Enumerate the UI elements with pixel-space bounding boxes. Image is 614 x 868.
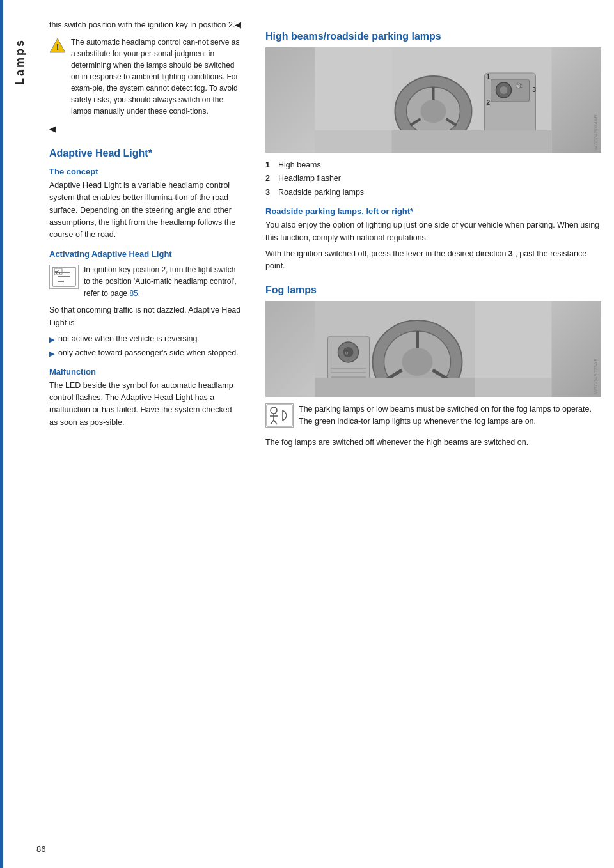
malfunction-heading: Malfunction (49, 367, 242, 376)
img-watermark-1: W7C04S024AR (593, 114, 599, 150)
bullet-item-2: ▶ only active toward passenger's side wh… (49, 347, 242, 359)
svg-point-19 (500, 86, 508, 94)
svg-text:A: A (56, 268, 60, 275)
oncoming-text: So that oncoming traffic is not dazzled,… (49, 304, 242, 329)
svg-point-12 (421, 100, 446, 123)
fog-lamps-image: ○ W7C04S023AR (265, 301, 601, 397)
img-watermark-2: W7C04S023AR (593, 358, 599, 394)
fog-text: The fog lamps are switched off whenever … (265, 437, 601, 449)
malfunction-text: The LED beside the symbol for automatic … (49, 380, 242, 430)
concept-text: Adaptive Head Light is a variable headla… (49, 180, 242, 242)
svg-line-48 (274, 420, 277, 424)
sidebar-label: Lamps (13, 38, 27, 85)
main-content: this switch position with the ignition k… (36, 0, 614, 868)
high-beams-heading: High beams/roadside parking lamps (265, 31, 601, 42)
activating-heading: Activating Adaptive Head Light (49, 249, 242, 259)
right-column: High beams/roadside parking lamps (254, 19, 614, 849)
warning-text: The automatic headlamp control can-not s… (71, 36, 242, 117)
high-beams-image: PE 1 2 3 W7C04S024AR (265, 47, 601, 153)
roadside-text1: You also enjoy the option of lighting up… (265, 219, 601, 244)
fog-heading: Fog lamps (265, 284, 601, 296)
svg-text:1: 1 (487, 74, 491, 81)
list-item-2: 2 Headlamp flasher (265, 173, 601, 185)
svg-point-30 (402, 348, 433, 376)
high-beams-list: 1 High beams 2 Headlamp flasher 3 Roadsi… (265, 159, 601, 199)
sidebar: Lamps (3, 0, 36, 868)
concept-heading: The concept (49, 167, 242, 176)
svg-rect-26 (315, 47, 392, 153)
page-link[interactable]: 85 (129, 289, 138, 298)
svg-text:3: 3 (533, 86, 537, 93)
list-item-3: 3 Roadside parking lamps (265, 187, 601, 199)
fog-note-icon (265, 403, 294, 428)
fog-note-text: The parking lamps or low beams must be s… (299, 403, 601, 428)
warning-icon: ! (49, 37, 66, 54)
triangle-icon-2: ▶ (49, 348, 54, 359)
intro-text: this switch position with the ignition k… (49, 19, 242, 31)
fog-note-box: The parking lamps or low beams must be s… (265, 403, 601, 432)
adaptive-heading: Adaptive Head Light* (49, 148, 242, 159)
svg-text:!: ! (56, 42, 59, 52)
light-switch-icon: ≡ A (49, 265, 79, 289)
svg-line-47 (271, 420, 274, 424)
triangle-icon-1: ▶ (49, 334, 54, 345)
instruction-box: ≡ A In ignition key position 2, turn the… (49, 264, 242, 300)
svg-text:2: 2 (487, 99, 491, 106)
list-item-1: 1 High beams (265, 159, 601, 171)
svg-text:○: ○ (345, 350, 349, 356)
instruction-text: In ignition key position 2, turn the lig… (84, 264, 242, 300)
svg-text:PE: PE (517, 84, 523, 88)
page-number: 86 (36, 844, 45, 854)
bullet-item-1: ▶ not active when the vehicle is reversi… (49, 333, 242, 345)
roadside-heading: Roadside parking lamps, left or right* (265, 206, 601, 216)
warning-box: ! The automatic headlamp control can-not… (49, 36, 242, 117)
svg-point-44 (271, 407, 277, 414)
bullet-list: ▶ not active when the vehicle is reversi… (49, 333, 242, 359)
left-column: this switch position with the ignition k… (36, 19, 254, 849)
svg-rect-42 (475, 301, 552, 397)
roadside-text2: With the ignition switched off, press th… (265, 248, 601, 273)
svg-rect-43 (267, 405, 292, 426)
